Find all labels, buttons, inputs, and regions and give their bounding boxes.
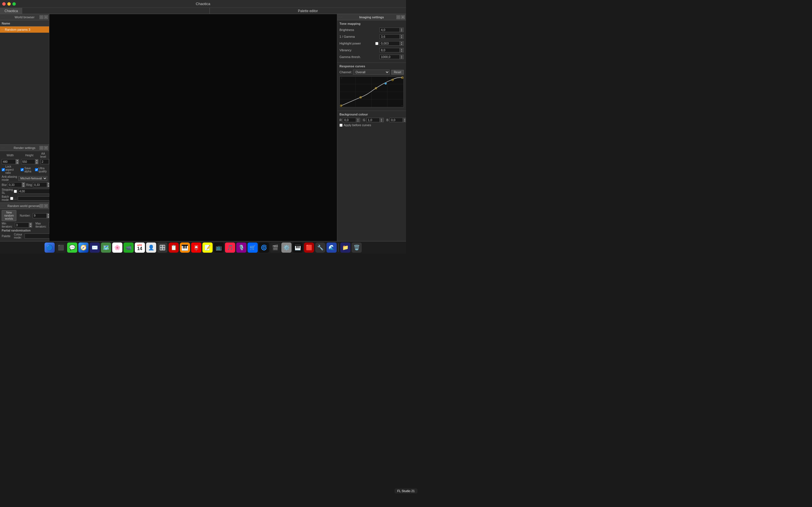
min-iter-input[interactable] xyxy=(15,223,29,228)
channel-select[interactable]: Overall xyxy=(353,69,390,75)
channel-row: Channel: Overall Reset xyxy=(340,69,404,75)
lock-aspect-label[interactable]: Lock aspect ratio xyxy=(2,165,18,174)
dock-finder-icon[interactable]: 🔵 xyxy=(45,242,55,252)
r-input[interactable] xyxy=(343,118,356,122)
rwg-maximize-btn[interactable]: □ xyxy=(40,204,43,208)
menu-item-chaotica[interactable]: Chaotica xyxy=(0,8,22,14)
gamma-up[interactable]: ▲ xyxy=(400,35,403,37)
g-input[interactable] xyxy=(367,118,379,122)
dock-facetime-icon[interactable]: 📹 xyxy=(123,242,134,252)
dock-clipboard-icon[interactable]: 📋 xyxy=(168,242,179,252)
gamma-thresh-up[interactable]: ▲ xyxy=(400,55,403,57)
ultra-quality-label[interactable]: Ultra quality xyxy=(35,167,47,173)
gamma-down[interactable]: ▼ xyxy=(400,37,403,39)
dock-compressor-icon[interactable]: 🎛️ xyxy=(157,242,167,252)
vibrancy-input[interactable] xyxy=(380,48,400,52)
panel-maximize-btn[interactable]: □ xyxy=(40,15,43,19)
brightness-spinner[interactable]: ▲ ▼ xyxy=(400,28,403,32)
highlight-spinner[interactable]: ▲ ▼ xyxy=(400,41,403,45)
menu-item-palette-editor[interactable]: Palette editor xyxy=(210,8,406,14)
min-iter-spinner[interactable]: ▲ ▼ xyxy=(29,223,32,228)
dock-spark-icon[interactable]: 📮 xyxy=(191,242,201,252)
dock-folder-icon[interactable]: 📁 xyxy=(340,242,350,252)
dock-podcasts-icon[interactable]: 🎙️ xyxy=(236,242,246,252)
stopping-checkbox[interactable] xyxy=(14,190,17,193)
imaging-maximize-btn[interactable]: □ xyxy=(396,15,400,19)
dock-piano-icon[interactable]: 🎹 xyxy=(293,242,303,252)
imaging-close-btn[interactable]: × xyxy=(401,15,405,19)
dock-appstore-icon[interactable]: 🛒 xyxy=(248,242,258,252)
dock-chaotica-icon[interactable]: 🌀 xyxy=(259,242,269,252)
render-maximize-btn[interactable]: □ xyxy=(40,146,43,150)
gamma-spinner[interactable]: ▲ ▼ xyxy=(400,35,403,39)
render-col-headers: Width Height AA level xyxy=(2,152,47,158)
brightness-down[interactable]: ▼ xyxy=(400,30,403,32)
batch-checkbox[interactable] xyxy=(10,197,13,200)
dock-calendar-icon[interactable]: APR14 xyxy=(135,242,145,252)
dock-chaotica2-icon[interactable]: 🌊 xyxy=(326,242,337,252)
panel-close-btn[interactable]: × xyxy=(44,15,48,19)
dock-trash-icon[interactable]: 🗑️ xyxy=(352,242,362,252)
new-random-worlds-button[interactable]: New random worlds xyxy=(2,210,16,221)
brightness-input[interactable] xyxy=(380,28,400,32)
b-input[interactable] xyxy=(390,118,403,122)
reset-button[interactable]: Reset xyxy=(391,70,404,75)
save-alpha-label[interactable]: Save alpha xyxy=(20,167,33,173)
height-up[interactable]: ▲ xyxy=(35,159,38,162)
vibrancy-spinner[interactable]: ▲ ▼ xyxy=(400,48,403,52)
vibrancy-up[interactable]: ▲ xyxy=(400,48,403,50)
dock-systemprefs-icon[interactable]: ⚙️ xyxy=(282,242,292,252)
highlight-down[interactable]: ▼ xyxy=(400,43,403,45)
blur-spinner[interactable]: ▲ ▼ xyxy=(22,182,25,187)
dock-photos-icon[interactable]: 🌸 xyxy=(112,242,122,252)
g-spinner[interactable]: ▲ ▼ xyxy=(379,118,384,122)
gamma-thresh-spinner[interactable]: ▲ ▼ xyxy=(400,55,403,59)
save-alpha-checkbox[interactable] xyxy=(20,168,24,171)
highlight-input[interactable] xyxy=(380,41,400,45)
dock-music-icon[interactable]: 🎵 xyxy=(225,242,235,252)
dock-launchpad-icon[interactable]: ⬛ xyxy=(56,242,66,252)
close-button[interactable] xyxy=(2,2,6,6)
lock-aspect-checkbox[interactable] xyxy=(2,168,5,171)
width-input[interactable] xyxy=(2,159,16,164)
width-up[interactable]: ▲ xyxy=(16,159,19,162)
width-down[interactable]: ▼ xyxy=(16,162,19,164)
ring-input[interactable] xyxy=(33,182,47,187)
ultra-quality-checkbox[interactable] xyxy=(35,168,38,171)
world-item[interactable]: — Random params 3 xyxy=(0,26,49,33)
minimize-button[interactable] xyxy=(7,2,11,6)
partial-rand-title: Partial randomisation xyxy=(2,229,47,232)
dock-fl-studio-icon[interactable]: 🎹 xyxy=(180,242,190,252)
height-spinner[interactable]: ▲ ▼ xyxy=(35,159,38,164)
gamma-input[interactable] xyxy=(380,35,400,39)
dock-stickies-icon[interactable]: 📝 xyxy=(202,242,213,252)
r-spinner[interactable]: ▲ ▼ xyxy=(356,118,360,122)
height-down[interactable]: ▼ xyxy=(35,162,38,164)
dock-mail-icon[interactable]: ✉️ xyxy=(90,242,100,252)
dock-appletv-icon[interactable]: 📺 xyxy=(214,242,224,252)
dock-pockee-icon[interactable]: 🟥 xyxy=(304,242,314,252)
b-spinner[interactable]: ▲ ▼ xyxy=(403,118,406,122)
brightness-up[interactable]: ▲ xyxy=(400,28,403,30)
fullscreen-button[interactable] xyxy=(12,2,16,6)
highlight-checkbox[interactable] xyxy=(375,42,378,45)
rwg-close-btn[interactable]: × xyxy=(44,204,48,208)
number-input[interactable] xyxy=(33,213,47,218)
height-input[interactable] xyxy=(21,159,35,164)
render-close-btn[interactable]: × xyxy=(44,146,48,150)
dock-davinci-icon[interactable]: 🎬 xyxy=(270,242,280,252)
apply-before-curves-checkbox[interactable] xyxy=(340,124,343,127)
gamma-thresh-down[interactable]: ▼ xyxy=(400,57,403,59)
gamma-thresh-input[interactable] xyxy=(380,55,400,59)
dock-contacts-icon[interactable]: 👤 xyxy=(146,242,156,252)
aa-input[interactable] xyxy=(41,159,49,164)
blur-input[interactable] xyxy=(8,182,22,187)
dock-messages-icon[interactable]: 💬 xyxy=(67,242,77,252)
vibrancy-down[interactable]: ▼ xyxy=(400,50,403,52)
dock-maps-icon[interactable]: 🗺️ xyxy=(101,242,111,252)
highlight-up[interactable]: ▲ xyxy=(400,41,403,43)
dock-safari-icon[interactable]: 🧭 xyxy=(79,242,89,252)
width-spinner[interactable]: ▲ ▼ xyxy=(16,159,19,164)
dock-idk-icon[interactable]: 🔧 xyxy=(315,242,325,252)
aa-mode-select[interactable]: Mitchell-Netravali xyxy=(18,176,47,181)
